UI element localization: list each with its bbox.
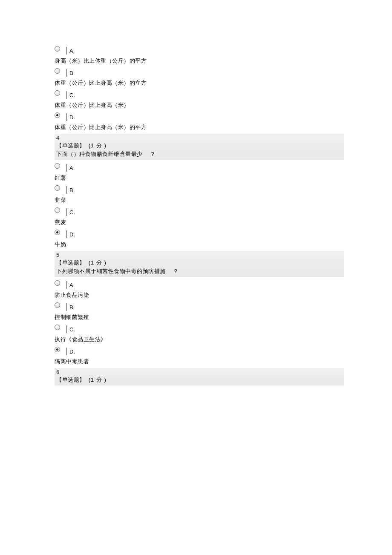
- option-row[interactable]: A.: [55, 163, 344, 172]
- option-text: 韭菜: [55, 196, 344, 204]
- option-letter: D.: [69, 348, 75, 355]
- radio-button[interactable]: [55, 207, 61, 213]
- question-number: 4: [56, 135, 343, 141]
- question-number: 5: [56, 252, 343, 258]
- option-row[interactable]: B.: [55, 302, 344, 311]
- option-letter: D.: [69, 231, 75, 238]
- question-number: 6: [56, 369, 343, 375]
- divider: [66, 91, 67, 99]
- option-text: 燕麦: [55, 219, 344, 226]
- divider: [66, 325, 67, 333]
- option-row[interactable]: B.: [55, 68, 344, 77]
- option-letter: A.: [69, 282, 75, 289]
- radio-button[interactable]: [55, 185, 61, 191]
- option-row[interactable]: C.: [55, 90, 344, 99]
- divider: [66, 47, 67, 55]
- radio-button[interactable]: [55, 68, 61, 74]
- option-row[interactable]: D.: [55, 347, 344, 355]
- option-letter: B.: [69, 304, 75, 311]
- divider: [66, 303, 67, 311]
- question-type: 【单选题】 (1 分 ): [56, 259, 343, 267]
- option-row[interactable]: D.: [55, 230, 344, 238]
- option-letter: A.: [69, 48, 75, 55]
- option-text: 控制细菌繁殖: [55, 313, 344, 321]
- question-type: 【单选题】 (1 分 ): [56, 376, 343, 384]
- option-row[interactable]: A.: [55, 280, 344, 289]
- question-5-header: 5 【单选题】 (1 分 ) 下列哪项不属于细菌性食物中毒的预防措施?: [55, 251, 344, 277]
- question-4-options: A. 红薯 B. 韭菜 C. 燕麦 D. 牛奶: [55, 163, 344, 248]
- radio-button[interactable]: [55, 230, 61, 236]
- option-text: 执行《食品卫生法》: [55, 336, 344, 343]
- option-text: 体重（公斤）比上身高（米）: [55, 101, 344, 109]
- option-text: 防止食品污染: [55, 291, 344, 299]
- option-letter: B.: [69, 70, 75, 77]
- quiz-content: A. 身高（米）比上体重（公斤）的平方 B. 体重（公斤）比上身高（米）的立方 …: [55, 46, 344, 385]
- question-6-header: 6 【单选题】 (1 分 ): [55, 368, 344, 385]
- option-text: 体重（公斤）比上身高（米）的平方: [55, 124, 344, 131]
- option-row[interactable]: D.: [55, 112, 344, 121]
- question-text: 下面（）种食物膳食纤维含量最少?: [56, 150, 343, 158]
- option-letter: B.: [69, 187, 75, 194]
- option-letter: C.: [69, 326, 75, 333]
- option-text: 隔离中毒患者: [55, 358, 344, 365]
- option-text: 体重（公斤）比上身高（米）的立方: [55, 79, 344, 87]
- divider: [66, 164, 67, 172]
- question-text: 下列哪项不属于细菌性食物中毒的预防措施?: [56, 267, 343, 275]
- question-type: 【单选题】 (1 分 ): [56, 142, 343, 150]
- radio-button[interactable]: [55, 280, 61, 286]
- option-letter: A.: [69, 165, 75, 172]
- divider: [66, 348, 67, 355]
- radio-button[interactable]: [55, 163, 61, 169]
- divider: [66, 230, 67, 238]
- option-letter: C.: [69, 92, 75, 99]
- radio-button[interactable]: [55, 347, 61, 353]
- divider: [66, 113, 67, 121]
- radio-button[interactable]: [55, 112, 61, 118]
- question-5-options: A. 防止食品污染 B. 控制细菌繁殖 C. 执行《食品卫生法》 D. 隔离中毒…: [55, 280, 344, 365]
- option-row[interactable]: B.: [55, 185, 344, 194]
- option-text: 红薯: [55, 174, 344, 182]
- divider: [66, 208, 67, 216]
- divider: [66, 281, 67, 289]
- radio-button[interactable]: [55, 325, 61, 331]
- divider: [66, 69, 67, 77]
- question-4-header: 4 【单选题】 (1 分 ) 下面（）种食物膳食纤维含量最少?: [55, 134, 344, 160]
- option-text: 身高（米）比上体重（公斤）的平方: [55, 57, 344, 65]
- radio-button[interactable]: [55, 302, 61, 308]
- radio-button[interactable]: [55, 46, 61, 52]
- radio-button[interactable]: [55, 90, 61, 96]
- question-3-options: A. 身高（米）比上体重（公斤）的平方 B. 体重（公斤）比上身高（米）的立方 …: [55, 46, 344, 131]
- option-letter: C.: [69, 209, 75, 216]
- option-letter: D.: [69, 114, 75, 121]
- option-row[interactable]: C.: [55, 325, 344, 333]
- option-row[interactable]: A.: [55, 46, 344, 55]
- option-text: 牛奶: [55, 241, 344, 248]
- option-row[interactable]: C.: [55, 207, 344, 216]
- divider: [66, 186, 67, 194]
